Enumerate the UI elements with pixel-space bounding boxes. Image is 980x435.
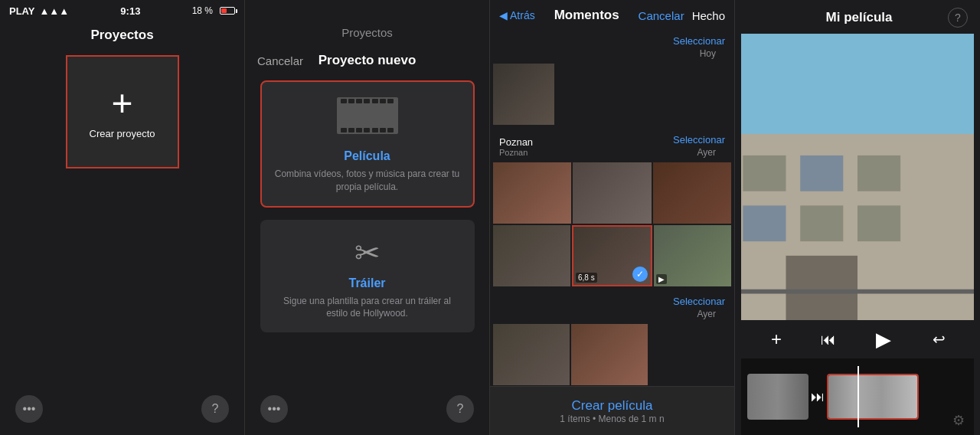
video-icon: ▶ (656, 274, 667, 284)
status-bar: PLAY ▲▲▲ 9:13 18 % (0, 0, 244, 21)
moments-back-label: Atrás (510, 9, 535, 21)
panel2-more-icon[interactable]: ••• (260, 395, 288, 423)
film-hole (348, 128, 354, 132)
ayer2-section-header: Seleccionar Ayer (490, 293, 734, 324)
poznan-thumb-2[interactable] (573, 162, 651, 224)
editor-preview (741, 34, 974, 320)
film-hole (380, 99, 386, 103)
new-project-header: Cancelar Proyecto nuevo (245, 44, 489, 74)
panel1-title: Proyectos (90, 28, 153, 43)
poznan-thumb-6[interactable]: ▶ (654, 225, 731, 286)
hoy-thumb-1[interactable] (493, 64, 554, 125)
poznan-select-link[interactable]: Seleccionar (673, 134, 725, 146)
editor-header: Mi película ? (735, 0, 980, 34)
trailer-title: Tráiler (348, 276, 385, 290)
ayer2-date: Ayer (688, 307, 725, 321)
moments-title: Momentos (554, 8, 619, 23)
wifi-bars: ▲▲▲ (39, 5, 69, 17)
moments-back-button[interactable]: ◀ Atrás (499, 9, 535, 21)
np-cancel-button[interactable]: Cancelar (257, 54, 303, 67)
panel-new-project: Proyectos Cancelar Proyecto nuevo (245, 0, 490, 435)
plus-icon: + (111, 85, 132, 122)
poznan-date: Ayer (688, 146, 725, 159)
pelicula-desc: Combina vídeos, fotos y música para crea… (274, 168, 461, 194)
add-clip-button[interactable]: + (763, 325, 790, 353)
film-hole (341, 128, 347, 132)
create-project-tile[interactable]: + Crear proyecto (66, 55, 179, 168)
panel1-bottom: ••• ? (0, 395, 244, 423)
poznan-grid-row-1 (490, 162, 734, 224)
poznan-sublocation: Poznan (499, 148, 533, 157)
status-bar-left: PLAY ▲▲▲ (9, 5, 69, 17)
create-movie-label: Crear película (572, 398, 653, 414)
panel2-bottom: ••• ? (245, 395, 489, 423)
play-button[interactable]: ▶ (867, 322, 900, 356)
svg-rect-6 (858, 155, 900, 191)
undo-button[interactable]: ↩ (925, 325, 952, 353)
hoy-date: Hoy (691, 47, 725, 61)
ayer2-thumb-1[interactable] (493, 324, 570, 385)
poznan-location: Poznan (499, 136, 533, 148)
svg-rect-8 (743, 205, 786, 241)
ayer2-thumb-2[interactable] (571, 324, 648, 385)
create-movie-button[interactable]: Crear película 1 ítems • Menos de 1 m n (490, 386, 734, 435)
poznan-grid-row-2: 6,8 s ✓ ▶ (490, 225, 734, 286)
check-badge: ✓ (632, 267, 648, 282)
film-hole (356, 128, 362, 132)
editor-help-icon[interactable]: ? (948, 8, 968, 28)
clip-inner-1 (747, 374, 808, 420)
np-option-trailer[interactable]: ✂ Tráiler Sigue una plantilla para crear… (260, 220, 475, 333)
film-strip (337, 97, 398, 134)
poznan-thumb-1[interactable] (493, 162, 571, 224)
panel-moments: ◀ Atrás Momentos Cancelar Hecho Seleccio… (490, 0, 735, 435)
ayer2-grid-row (490, 324, 734, 385)
film-hole (364, 128, 370, 132)
poznan-thumb-4[interactable] (493, 225, 570, 286)
editor-title: Mi película (826, 10, 893, 25)
time-label: 9:13 (120, 5, 140, 17)
panel-editor: Mi película ? (735, 0, 980, 435)
film-icon (337, 97, 398, 143)
timeline-clip-2[interactable] (827, 374, 919, 420)
poznan-thumb-5[interactable]: 6,8 s ✓ (572, 225, 652, 286)
scissors-icon: ✂ (354, 235, 381, 270)
np-secondary-title: Proyectos (245, 21, 489, 44)
timeline-skip-fwd[interactable]: ⏭ (810, 389, 825, 405)
preview-svg (741, 34, 974, 320)
timeline-clip-1[interactable] (747, 374, 808, 420)
film-hole (387, 128, 394, 132)
battery-icon (220, 7, 235, 15)
poznan-thumb-3[interactable] (653, 162, 731, 224)
clip-inner-2 (828, 375, 917, 418)
ayer2-select-link[interactable]: Seleccionar (673, 296, 725, 307)
film-hole (356, 99, 362, 103)
panel1-help-icon[interactable]: ? (201, 395, 229, 423)
pelicula-title: Película (344, 149, 390, 163)
timeline-settings-icon[interactable]: ⚙ (952, 412, 965, 429)
panel2-help-icon[interactable]: ? (446, 395, 474, 423)
editor-timeline[interactable]: ⏭ ⚙ (741, 358, 974, 435)
np-options: Película Combina vídeos, fotos y música … (245, 74, 489, 339)
poznan-section-header: Poznan Poznan Seleccionar Ayer (490, 131, 734, 162)
battery-pct: 18 % (192, 5, 213, 16)
svg-rect-4 (743, 155, 786, 191)
status-bar-right: 18 % (192, 5, 235, 16)
np-title: Proyecto nuevo (318, 53, 416, 68)
film-hole (380, 128, 386, 132)
carrier-label: PLAY (9, 5, 34, 17)
hoy-section-header: Seleccionar Hoy (490, 32, 734, 64)
svg-rect-10 (858, 205, 900, 241)
hoy-select-link[interactable]: Seleccionar (673, 35, 725, 47)
film-hole (387, 99, 394, 103)
video-duration-label: 6,8 s (576, 273, 597, 283)
moments-done-button[interactable]: Hecho (692, 9, 725, 22)
hoy-grid-row (490, 64, 734, 125)
moments-cancel-button[interactable]: Cancelar (639, 9, 684, 22)
skip-back-button[interactable]: ⏮ (815, 325, 842, 353)
np-option-pelicula[interactable]: Película Combina vídeos, fotos y música … (260, 80, 475, 208)
trailer-desc: Sigue una plantilla para crear un tráile… (273, 295, 462, 321)
panel1-more-icon[interactable]: ••• (15, 395, 43, 423)
film-hole (372, 99, 378, 103)
film-hole (364, 99, 370, 103)
editor-controls: + ⏮ ▶ ↩ (735, 320, 980, 358)
